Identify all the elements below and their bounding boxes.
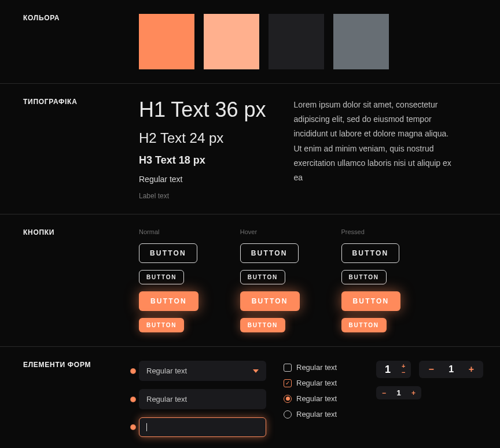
label-sample: Label text [139,192,266,200]
stepper-value: 1 [441,364,462,375]
stepper-value: 1 [382,364,394,376]
h1-sample: H1 Text 36 px [139,98,266,122]
section-colors: КОЛЬОРА [0,0,500,84]
plus-icon[interactable]: + [409,390,418,397]
stepper-value: 1 [393,388,405,397]
button-solid-small-hover[interactable]: BUTTON [240,318,285,332]
input-value: Regular text [146,395,187,403]
chevron-down-icon [253,369,259,373]
button-outline-large-hover[interactable]: BUTTON [240,243,299,263]
lorem-text: Lorem ipsum dolor sit amet, consectetur … [293,98,455,200]
stepper-vertical[interactable]: 1 + − [376,361,411,378]
swatch-accent-light [204,14,259,69]
bullet-icon [131,369,135,373]
checkbox-label: Regular text [296,363,337,372]
text-input-field[interactable]: Regular text [139,389,266,409]
state-label-hover: Hover [240,228,300,235]
h2-sample: H2 Text 24 px [139,130,266,146]
swatch-accent [139,14,194,69]
button-solid-large-hover[interactable]: BUTTON [240,291,300,311]
checkbox-icon [284,364,292,372]
button-col-hover: Hover BUTTON BUTTON BUTTON BUTTON [240,228,300,332]
radio-icon [284,410,292,419]
h3-sample: H3 Text 18 px [139,154,266,166]
minus-icon[interactable]: − [402,369,405,376]
button-outline-small[interactable]: BUTTON [139,270,184,284]
form-steppers-column: 1 + − − 1 + − 1 + [376,361,483,437]
radio-unchecked[interactable]: Regular text [284,410,359,419]
typography-samples: H1 Text 36 px H2 Text 24 px H3 Text 18 p… [139,98,266,200]
button-solid-small-pressed[interactable]: BUTTON [341,318,387,332]
minus-icon[interactable]: − [424,365,438,374]
radio-icon [284,395,292,403]
plus-icon[interactable]: + [464,365,479,374]
select-value: Regular text [146,366,187,375]
bullet-icon [131,397,135,402]
button-outline-small-pressed[interactable]: BUTTON [341,270,387,284]
section-typography-label: ТИПОГРАФІКА [23,98,139,200]
button-outline-large[interactable]: BUTTON [139,243,197,263]
swatch-gray-dark [269,14,324,69]
section-buttons: КНОПКИ Normal BUTTON BUTTON BUTTON BUTTO… [0,214,500,347]
radio-dot-icon [286,397,290,401]
button-solid-large-pressed[interactable]: BUTTON [341,291,401,311]
button-solid-small[interactable]: BUTTON [139,318,184,332]
checkbox-icon: ✓ [284,379,292,387]
form-inputs-column: Regular text Regular text [139,361,266,437]
text-cursor-icon [146,423,147,431]
section-colors-label: КОЛЬОРА [23,14,139,69]
select-field[interactable]: Regular text [139,361,266,381]
button-outline-large-pressed[interactable]: BUTTON [341,243,400,263]
section-buttons-label: КНОПКИ [23,228,139,332]
section-forms-label: ЕЛЕМЕНТИ ФОРМ [23,361,139,437]
state-label-normal: Normal [139,228,198,235]
button-col-normal: Normal BUTTON BUTTON BUTTON BUTTON [139,228,198,332]
form-toggles-column: Regular text ✓ Regular text Regular text… [284,363,359,437]
color-swatches [139,14,477,69]
radio-label: Regular text [296,410,337,419]
checkbox-label: Regular text [296,379,337,387]
section-forms: ЕЛЕМЕНТИ ФОРМ Regular text Regular text [0,347,500,448]
stepper-tiny[interactable]: − 1 + [376,386,421,399]
checkbox-unchecked[interactable]: Regular text [284,363,359,372]
radio-checked[interactable]: Regular text [284,394,359,403]
stepper-horizontal[interactable]: − 1 + [419,361,483,378]
text-input-field-focused[interactable] [139,417,266,437]
checkmark-icon: ✓ [285,380,290,386]
state-label-pressed: Pressed [341,228,401,235]
button-outline-small-hover[interactable]: BUTTON [240,270,285,284]
button-col-pressed: Pressed BUTTON BUTTON BUTTON BUTTON [341,228,401,332]
swatch-gray-blue [333,14,389,69]
section-typography: ТИПОГРАФІКА H1 Text 36 px H2 Text 24 px … [0,84,500,214]
checkbox-checked[interactable]: ✓ Regular text [284,379,359,387]
minus-icon[interactable]: − [380,390,388,397]
bullet-icon [131,425,135,430]
button-solid-large[interactable]: BUTTON [139,291,198,311]
radio-label: Regular text [296,394,337,403]
regular-sample: Regular text [139,175,266,184]
